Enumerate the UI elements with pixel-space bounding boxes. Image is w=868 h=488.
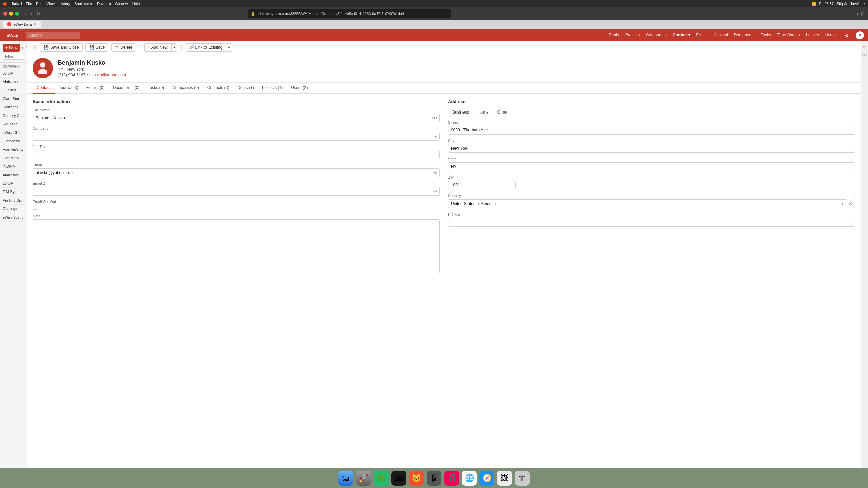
menu-develop[interactable]: Develop	[97, 2, 111, 6]
delete-button[interactable]: 🗑 Delete	[111, 43, 136, 52]
new-button[interactable]: + New	[3, 44, 20, 52]
tab-journal[interactable]: Journal (3)	[55, 83, 82, 94]
right-panel-edit-icon[interactable]: ✏	[863, 44, 867, 49]
save-button[interactable]: 💾 Save	[85, 43, 108, 52]
nav-documents[interactable]: Documents	[733, 31, 755, 39]
addr-tab-business[interactable]: Business	[448, 108, 473, 116]
dock-git[interactable]: 🐱	[409, 471, 424, 486]
full-name-dots-button[interactable]: •••	[432, 115, 437, 121]
nav-journal[interactable]: Journal	[714, 31, 728, 39]
link-to-existing-button[interactable]: 🔗 Link to Existing	[186, 43, 225, 52]
share-icon[interactable]: ↑	[857, 11, 859, 16]
tabs-icon[interactable]: ⊞	[861, 11, 865, 16]
city-input[interactable]	[448, 144, 855, 153]
tab-projects[interactable]: Projects (1)	[258, 83, 287, 94]
menu-file[interactable]: File	[26, 2, 32, 6]
zip-input[interactable]	[448, 181, 516, 189]
forward-button[interactable]: ›	[29, 10, 34, 17]
sidebar-item-upullit[interactable]: U Pull It	[0, 86, 27, 95]
sidebar-item-dori[interactable]: Dori & Son Inc	[0, 154, 27, 162]
nav-contacts[interactable]: Contacts	[672, 31, 691, 39]
email1-input[interactable]	[33, 168, 440, 177]
sidebar-filter-input[interactable]	[3, 53, 24, 60]
job-title-input[interactable]	[33, 150, 440, 159]
dock-trash[interactable]: 🗑	[515, 471, 530, 486]
back-button[interactable]: ‹	[24, 10, 28, 17]
close-window-button[interactable]	[3, 12, 7, 16]
save-and-close-button[interactable]: 💾 Save and Close	[40, 43, 83, 52]
sidebar-item-chanay[interactable]: Chanay's Compu...	[0, 205, 27, 213]
link-existing-dropdown-button[interactable]: ▾	[226, 43, 232, 52]
sidebar-item-giampetro[interactable]: Giampetro Inc	[0, 137, 27, 145]
dock-terminal[interactable]: ⌨	[391, 471, 406, 486]
sidebar-item-inoma[interactable]: INOMA	[0, 162, 27, 171]
tab-tasks[interactable]: Tasks (0)	[143, 83, 168, 94]
nav-companies[interactable]: Companies	[645, 31, 667, 39]
tab-close-icon[interactable]: ✕	[34, 22, 37, 26]
dock-chrome[interactable]: 🌐	[462, 471, 477, 486]
sidebar-item-printing[interactable]: Printing Dimensi...	[0, 196, 27, 205]
po-box-input[interactable]	[448, 218, 855, 227]
add-new-button[interactable]: + Add New	[144, 43, 171, 52]
email-opt-out-checkbox[interactable]	[33, 205, 37, 210]
apple-menu[interactable]: 🍎	[3, 2, 7, 6]
top-nav-search-input[interactable]	[26, 32, 80, 39]
dock-safari[interactable]: 🧭	[479, 471, 494, 486]
sidebar-item-franklins[interactable]: Franklin's Hardw...	[0, 145, 27, 154]
right-panel-info-icon[interactable]: ⓘ	[862, 52, 867, 58]
nav-timesheets[interactable]: Time Sheets	[776, 31, 801, 39]
country-select[interactable]: United States of America	[448, 199, 840, 208]
sidebar-item-35up[interactable]: 35 UP	[0, 69, 27, 78]
note-textarea[interactable]	[33, 219, 440, 273]
menu-help[interactable]: Help	[132, 2, 140, 6]
dock-photos[interactable]: 🖼	[497, 471, 512, 486]
fullscreen-window-button[interactable]	[15, 12, 19, 16]
sidebar-item-clarkstore[interactable]: Clark Store LLC	[0, 95, 27, 103]
nav-projects[interactable]: Projects	[625, 31, 640, 39]
menu-window[interactable]: Window	[115, 2, 128, 6]
sidebar-item-century[interactable]: Century Commu...	[0, 111, 27, 120]
sidebar-item-tmbyxbee[interactable]: T M Byxbee Com...	[0, 188, 27, 196]
menu-history[interactable]: History	[59, 2, 70, 6]
tab-deals[interactable]: Deals (1)	[233, 83, 258, 94]
menu-edit[interactable]: Edit	[36, 2, 42, 6]
dock-finder[interactable]: 🗂	[338, 471, 353, 486]
add-new-dropdown-button[interactable]: ▾	[171, 43, 177, 52]
full-name-input[interactable]	[33, 114, 440, 122]
dock-simulator[interactable]: 📱	[427, 471, 441, 486]
company-select[interactable]	[33, 132, 440, 141]
url-bar[interactable]: 🔒 trial.eway-crm.com/33655/WA/Module/Con…	[248, 9, 451, 18]
tab-contact[interactable]: Contact	[33, 83, 55, 94]
browser-tab-eway[interactable]: 🔴 eWay Beta ✕	[3, 21, 41, 28]
sidebar-item-rousseaux[interactable]: Rousseaux & Wi...	[0, 120, 27, 128]
nav-deals[interactable]: Deals	[608, 31, 620, 39]
email2-input[interactable]	[33, 187, 440, 196]
nav-filter-icon[interactable]: ⚙	[845, 33, 849, 38]
sidebar-chevron-icon[interactable]: ▾	[21, 45, 23, 50]
sidebar-item-alabastor1[interactable]: Alabastor	[0, 78, 27, 86]
tab-emails[interactable]: Emails (0)	[82, 83, 109, 94]
sidebar-item-schroers[interactable]: Schroer's Radio	[0, 103, 27, 111]
nav-emails[interactable]: Emails	[695, 31, 709, 39]
dock-launchpad[interactable]: 🚀	[356, 471, 371, 486]
nav-leaves[interactable]: Leaves	[805, 31, 820, 39]
nav-users[interactable]: Users	[825, 31, 836, 39]
tab-documents[interactable]: Documents (0)	[109, 83, 144, 94]
nav-user-avatar[interactable]: M	[856, 31, 864, 39]
dock-sourcetree[interactable]: 🌿	[374, 471, 389, 486]
menu-bookmarks[interactable]: Bookmarks	[74, 2, 93, 6]
state-input[interactable]	[448, 162, 855, 171]
sidebar-item-ewaysystem[interactable]: eWay System LL...	[0, 213, 27, 222]
tab-companies[interactable]: Companies (0)	[168, 83, 203, 94]
menu-view[interactable]: View	[46, 2, 55, 6]
sidebar-item-28up[interactable]: 28 UP	[0, 179, 27, 188]
reload-button[interactable]: ↻	[35, 10, 42, 17]
minimize-window-button[interactable]	[9, 12, 13, 16]
country-chevron-button[interactable]: ▾	[840, 199, 846, 208]
country-clear-button[interactable]: ✕	[846, 199, 855, 208]
sidebar-item-eway[interactable]: eWay-CRM Ltd.	[0, 128, 27, 137]
addr-tab-home[interactable]: Home	[473, 108, 493, 116]
dock-music[interactable]: 🎵	[444, 471, 459, 486]
nav-tasks[interactable]: Tasks	[760, 31, 772, 39]
tab-users[interactable]: Users (2)	[287, 83, 312, 94]
